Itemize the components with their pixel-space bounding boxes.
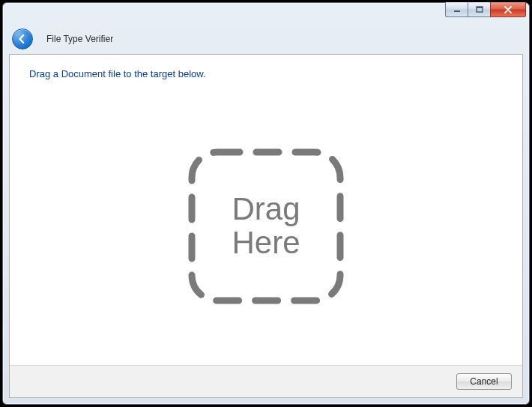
instruction-text: Drag a Document file to the target below… xyxy=(10,55,522,87)
dashed-border-icon xyxy=(187,148,345,305)
drop-area: Drag Here xyxy=(10,87,522,365)
titlebar[interactable] xyxy=(3,3,529,24)
svg-rect-0 xyxy=(454,10,460,12)
close-button[interactable] xyxy=(490,2,526,17)
back-button[interactable] xyxy=(12,28,33,49)
maximize-button[interactable] xyxy=(468,2,490,17)
nav-row: File Type Verifier xyxy=(3,24,529,54)
page-title: File Type Verifier xyxy=(46,34,113,44)
svg-rect-3 xyxy=(192,152,340,301)
arrow-left-icon xyxy=(16,33,28,45)
svg-rect-2 xyxy=(477,7,483,8)
cancel-button[interactable]: Cancel xyxy=(456,373,512,390)
client-area: Drag a Document file to the target below… xyxy=(9,54,523,398)
minimize-button[interactable] xyxy=(445,2,468,17)
footer: Cancel xyxy=(10,365,522,397)
window-frame: File Type Verifier Drag a Document file … xyxy=(2,2,530,405)
drop-target[interactable]: Drag Here xyxy=(187,148,345,305)
window-controls xyxy=(445,2,526,17)
